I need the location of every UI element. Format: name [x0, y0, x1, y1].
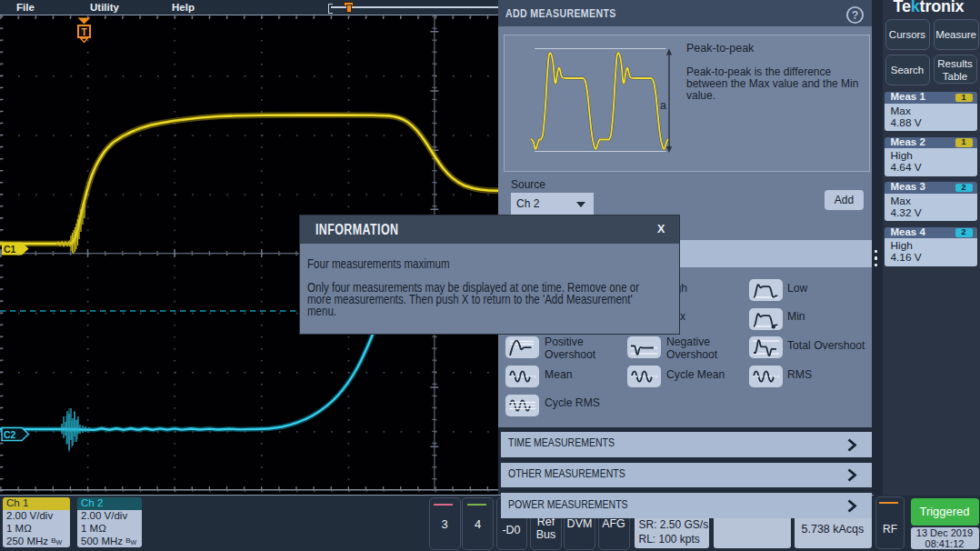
- svg-text:C1: C1: [4, 244, 16, 255]
- svg-text:a: a: [660, 99, 666, 112]
- svg-text:?: ?: [852, 9, 859, 22]
- svg-text:C2: C2: [4, 429, 16, 440]
- svg-text:T: T: [81, 27, 86, 37]
